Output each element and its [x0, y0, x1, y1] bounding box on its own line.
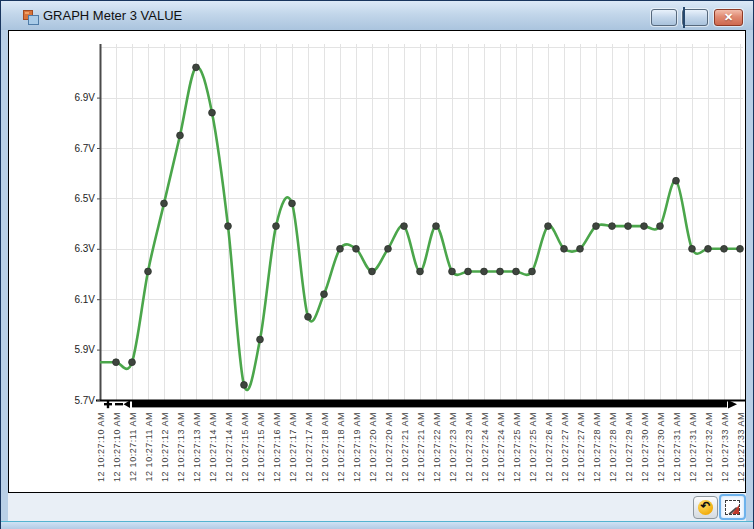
- window-bottom-frame: [1, 521, 753, 529]
- data-point-marker: [289, 200, 296, 207]
- x-axis-tick-label: 12 10:27:33 AM: [720, 412, 730, 482]
- data-point-marker: [609, 223, 616, 230]
- chart-control: 5.7V5.9V6.1V6.3V6.5V6.7V6.9V12 10:27:10 …: [8, 30, 746, 493]
- data-point-marker: [513, 268, 520, 275]
- data-point-marker: [305, 313, 312, 320]
- x-axis-tick-label: 12 10:27:11 AM: [128, 412, 138, 481]
- data-point-marker: [321, 291, 328, 298]
- scrollbar-thumb[interactable]: [132, 401, 727, 408]
- data-point-marker: [497, 268, 504, 275]
- form-background-strip: ↶: [8, 493, 746, 521]
- titlebar[interactable]: GRAPH Meter 3 VALUE ✕: [1, 1, 753, 30]
- window-title: GRAPH Meter 3 VALUE: [43, 8, 182, 23]
- x-axis-tick-label: 12 10:27:16 AM: [272, 412, 282, 482]
- x-axis-tick-label: 12 10:27:22 AM: [432, 412, 442, 482]
- meter-value-line-chart: 5.7V5.9V6.1V6.3V6.5V6.7V6.9V12 10:27:10 …: [9, 31, 745, 492]
- data-point-marker: [641, 223, 648, 230]
- data-point-marker: [241, 381, 248, 388]
- data-point-marker: [449, 268, 456, 275]
- x-axis-tick-label: 12 10:27:24 AM: [480, 412, 490, 482]
- x-axis-tick-label: 12 10:27:20 AM: [368, 412, 378, 482]
- plus-icon: [107, 400, 109, 408]
- data-point-marker: [577, 245, 584, 252]
- data-point-marker: [433, 223, 440, 230]
- application-window: GRAPH Meter 3 VALUE ✕ 5.7V5.9V6.1V6.3V6.…: [0, 0, 754, 529]
- x-axis-tick-label: 12 10:27:21 AM: [416, 412, 426, 482]
- data-point-marker: [529, 268, 536, 275]
- y-axis-tick-label: 6.9V: [74, 92, 95, 103]
- data-point-marker: [689, 245, 696, 252]
- x-axis-scrollbar: [104, 400, 737, 409]
- selection-marquee-icon: [725, 500, 740, 515]
- data-point-marker: [385, 245, 392, 252]
- data-point-marker: [593, 223, 600, 230]
- scrollbar-zoom-out-button[interactable]: [115, 403, 123, 405]
- x-axis-tick-label: 12 10:27:14 AM: [208, 412, 218, 482]
- data-point-marker: [337, 245, 344, 252]
- data-point-marker: [209, 109, 216, 116]
- x-axis-tick-label: 12 10:27:30 AM: [656, 412, 666, 482]
- data-point-marker: [721, 245, 728, 252]
- close-button[interactable]: ✕: [714, 9, 743, 26]
- x-axis-tick-label: 12 10:27:23 AM: [464, 412, 474, 482]
- data-point-marker: [225, 223, 232, 230]
- data-point-marker: [673, 177, 680, 184]
- y-axis-tick-label: 6.1V: [74, 294, 95, 305]
- data-point-marker: [129, 359, 136, 366]
- x-axis-tick-label: 12 10:27:25 AM: [512, 412, 522, 482]
- app-icon[interactable]: [23, 9, 39, 25]
- x-axis-tick-label: 12 10:27:19 AM: [352, 412, 362, 482]
- x-axis-tick-label: 12 10:27:15 AM: [240, 412, 250, 482]
- x-axis-tick-label: 12 10:27:17 AM: [304, 412, 314, 482]
- maximize-icon: [683, 7, 685, 28]
- x-axis-tick-label: 12 10:27:21 AM: [400, 412, 410, 482]
- data-point-marker: [561, 245, 568, 252]
- maximize-button[interactable]: [682, 9, 708, 26]
- y-axis-tick-label: 5.9V: [74, 344, 95, 355]
- x-axis-tick-label: 12 10:27:12 AM: [160, 412, 170, 482]
- y-axis-labels: 5.7V5.9V6.1V6.3V6.5V6.7V6.9V: [74, 92, 100, 405]
- x-axis-tick-label: 12 10:27:33 AM: [736, 412, 746, 482]
- x-axis-tick-label: 12 10:27:13 AM: [176, 412, 186, 482]
- data-point-marker: [465, 268, 472, 275]
- x-axis-tick-label: 12 10:27:32 AM: [704, 412, 714, 482]
- y-axis-tick-label: 6.7V: [74, 143, 95, 154]
- x-axis-tick-label: 12 10:27:15 AM: [256, 412, 266, 482]
- x-axis-tick-label: 12 10:27:11 AM: [144, 412, 154, 481]
- data-point-marker: [545, 223, 552, 230]
- x-axis-tick-label: 12 10:27:25 AM: [528, 412, 538, 482]
- x-axis-tick-label: 12 10:27:18 AM: [320, 412, 330, 482]
- x-axis-tick-label: 12 10:27:28 AM: [608, 412, 618, 482]
- data-point-marker: [657, 223, 664, 230]
- selection-mode-button[interactable]: [719, 494, 746, 520]
- x-axis-tick-label: 12 10:27:31 AM: [672, 412, 682, 482]
- x-axis-tick-label: 12 10:27:10 AM: [96, 412, 106, 482]
- data-point-marker: [353, 245, 360, 252]
- x-axis-tick-label: 12 10:27:23 AM: [448, 412, 458, 482]
- data-point-marker: [177, 132, 184, 139]
- y-axis-tick-label: 5.7V: [74, 395, 95, 406]
- y-axis-tick-label: 6.3V: [74, 243, 95, 254]
- x-axis-tick-label: 12 10:27:27 AM: [560, 412, 570, 482]
- data-point-marker: [193, 64, 200, 71]
- x-axis-tick-label: 12 10:27:29 AM: [624, 412, 634, 482]
- data-point-marker: [257, 336, 264, 343]
- data-point-marker: [737, 245, 744, 252]
- data-point-marker: [145, 268, 152, 275]
- x-axis-tick-label: 12 10:27:28 AM: [592, 412, 602, 482]
- reset-zoom-button[interactable]: ↶: [693, 496, 718, 519]
- data-point-marker: [401, 223, 408, 230]
- x-axis-tick-label: 12 10:27:27 AM: [576, 412, 586, 482]
- x-axis-tick-label: 12 10:27:24 AM: [496, 412, 506, 482]
- minimize-button[interactable]: [651, 9, 677, 26]
- x-gridlines: [101, 44, 741, 400]
- x-axis-tick-label: 12 10:27:17 AM: [288, 412, 298, 482]
- data-point-marker: [369, 268, 376, 275]
- minus-icon: [115, 403, 123, 405]
- data-point-marker: [113, 359, 120, 366]
- x-axis-tick-label: 12 10:27:30 AM: [640, 412, 650, 482]
- data-point-marker: [625, 223, 632, 230]
- x-axis-labels: 12 10:27:10 AM12 10:27:10 AM12 10:27:11 …: [96, 412, 746, 482]
- data-point-marker: [273, 223, 280, 230]
- data-point-marker: [161, 200, 168, 207]
